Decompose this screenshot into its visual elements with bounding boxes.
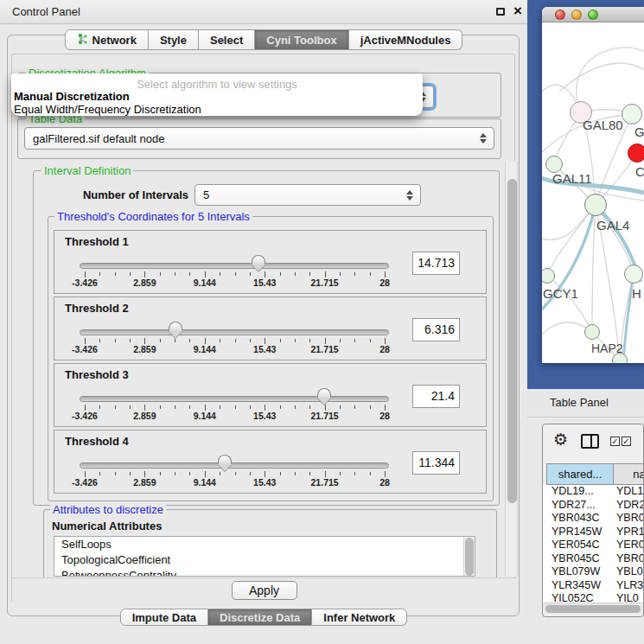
num-intervals-combobox[interactable]: 5	[194, 184, 421, 206]
slider-thumb-cap	[169, 322, 182, 331]
network-node-gal11[interactable]	[545, 156, 563, 173]
tab-network[interactable]: Network	[65, 29, 149, 50]
slider-tick	[309, 339, 310, 342]
slider-tick	[325, 405, 326, 411]
minimize-traffic-light-icon[interactable]	[571, 10, 582, 20]
slider-thumb[interactable]	[169, 322, 182, 339]
slider-tick	[175, 272, 175, 276]
threshold-value-field[interactable]: 21.4	[412, 385, 460, 408]
slider-tick-label: 21.715	[305, 344, 345, 354]
float-window-icon[interactable]	[496, 8, 505, 16]
slider-tick	[235, 339, 236, 342]
attribute-item-topologicalcoefficient[interactable]: TopologicalCoefficient	[54, 552, 475, 568]
slider-tick	[265, 338, 265, 344]
cell-shared-name: YPR145W	[552, 526, 602, 538]
tab-select[interactable]: Select	[199, 29, 255, 50]
threshold-value-field[interactable]: 14.713	[412, 252, 460, 275]
main-scrollbar[interactable]	[505, 161, 518, 577]
tab-infer-network[interactable]: Infer Network	[312, 609, 407, 626]
slider-tick	[280, 339, 281, 342]
table-header: shared... na	[546, 463, 644, 485]
algorithm-popup-placeholder: Select algorithm to view settings	[11, 78, 423, 91]
slider-tick	[385, 338, 386, 344]
slider-track[interactable]	[80, 329, 389, 335]
table-row[interactable]: YBR045CYBR0	[543, 552, 644, 566]
slider-tick	[265, 405, 265, 411]
slider-thumb[interactable]	[252, 255, 265, 272]
apply-button[interactable]: Apply	[232, 581, 297, 600]
slider-tick	[130, 272, 131, 276]
slider-tick	[354, 339, 355, 342]
column-header-name[interactable]: na	[614, 463, 644, 485]
table-row[interactable]: YER054CYER0	[543, 539, 644, 552]
slider-tick	[220, 405, 220, 409]
attribute-item-betweennesscentrality[interactable]: BetweennessCentrality	[54, 568, 475, 577]
slider-track[interactable]	[80, 263, 389, 269]
slider-track[interactable]	[80, 396, 389, 402]
close-traffic-light-icon[interactable]	[555, 10, 565, 20]
network-node-ga[interactable]	[622, 104, 642, 124]
slider-tick	[205, 271, 206, 277]
slider-thumb[interactable]	[317, 388, 331, 405]
attribute-item-selfloops[interactable]: SelfLoops	[54, 537, 475, 552]
split-columns-icon[interactable]	[581, 434, 599, 449]
table-data-combobox[interactable]: galFiltered.sif default node	[24, 127, 494, 150]
main-scrollbar-thumb[interactable]	[507, 179, 517, 503]
threshold-value-field[interactable]: 6.316	[412, 318, 460, 341]
table-row[interactable]: YBR043CYBR0	[543, 512, 644, 526]
cell-name: YDR2	[616, 499, 644, 511]
checkbox-icon[interactable]: ✓	[622, 437, 631, 446]
network-node-gal4[interactable]	[584, 194, 607, 216]
slider-tick	[385, 405, 386, 411]
slider-tick	[280, 272, 281, 276]
network-node-h[interactable]	[624, 265, 643, 284]
slider-thumb[interactable]	[218, 455, 232, 472]
slider-tick-label: 15.43	[245, 344, 284, 354]
table-horizontal-scrollbar[interactable]	[544, 603, 644, 614]
table-row[interactable]: YDL19...YDL1	[543, 485, 644, 499]
slider-tick-label: 9.144	[185, 477, 225, 488]
slider-tick	[99, 472, 100, 475]
threshold-panel-2: Threshold 2-3.4262.8599.14415.4321.71528…	[54, 296, 487, 360]
popup-item-equal-width-frequency[interactable]: Equal Width/Frequency Discretization	[14, 103, 201, 116]
table-row[interactable]: YPR145WYPR1	[543, 526, 644, 539]
tab-cyni-toolbox[interactable]: Cyni Toolbox	[255, 29, 348, 50]
checkbox-icon[interactable]: ✓	[610, 437, 620, 446]
table-panel-window: ⚙ ✓ ✓ shared... na YDL19...YDL1YDR27...Y…	[542, 424, 644, 617]
tab-discretize-data[interactable]: Discretize Data	[208, 609, 312, 626]
cell-name: YIL0	[616, 592, 639, 603]
slider-tick	[205, 405, 206, 411]
numerical-attributes-label: Numerical Attributes	[52, 520, 162, 532]
network-node[interactable]	[612, 353, 628, 363]
network-node-hap2[interactable]	[584, 324, 600, 340]
popup-item-manual-discretization[interactable]: Manual Discretization	[14, 90, 130, 103]
slider-tick-label: 28	[365, 344, 405, 354]
column-header-shared-name[interactable]: shared...	[546, 463, 614, 485]
table-row[interactable]: YBL079WYBL0	[543, 565, 644, 579]
table-panel-title: Table Panel	[550, 396, 609, 409]
cell-shared-name: YDL19...	[552, 485, 594, 497]
attributes-scrollbar[interactable]	[463, 537, 475, 576]
cell-shared-name: YBR045C	[552, 552, 600, 564]
tab-impute-data[interactable]: Impute Data	[120, 609, 208, 626]
threshold-value-field[interactable]: 11.344	[412, 451, 460, 475]
slider-tick	[115, 339, 116, 342]
table-row[interactable]: YIL052CYIL0	[543, 592, 644, 603]
gear-icon[interactable]: ⚙	[553, 430, 568, 450]
network-node-c[interactable]	[628, 143, 644, 163]
tab-label: Discretize Data	[220, 611, 300, 624]
network-canvas[interactable]: GAL80GACGAL11GAL4GCY1HHAP2	[542, 22, 644, 363]
table-row[interactable]: YLR345WYLR3	[543, 579, 644, 593]
tab-style[interactable]: Style	[149, 29, 199, 50]
network-window: GAL80GACGAL11GAL4GCY1HHAP2	[542, 7, 644, 363]
slider-tick	[130, 339, 131, 342]
zoom-traffic-light-icon[interactable]	[588, 10, 598, 20]
network-edges	[542, 22, 644, 363]
slider-track[interactable]	[80, 462, 389, 469]
numerical-attributes-list[interactable]: SelfLoopsTopologicalCoefficientBetweenne…	[54, 536, 475, 577]
table-row[interactable]: YDR27...YDR2	[543, 499, 644, 513]
slider-tick	[340, 339, 341, 342]
slider-tick	[115, 405, 116, 409]
close-icon[interactable]: ×	[513, 3, 522, 20]
tab-jactivemnodules[interactable]: jActiveMNodules	[349, 29, 463, 50]
